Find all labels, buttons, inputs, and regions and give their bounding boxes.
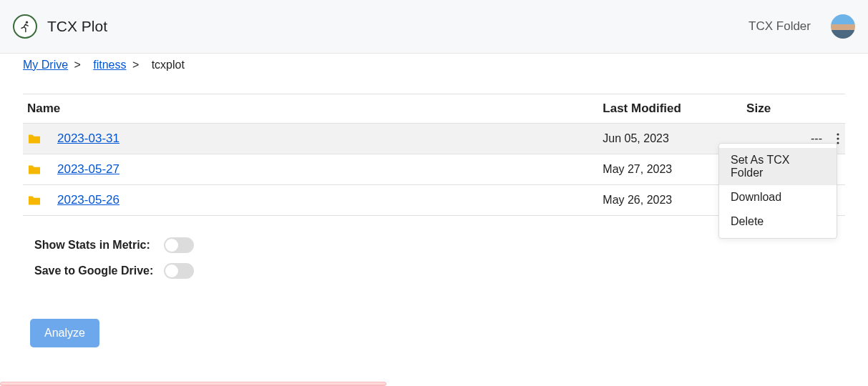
more-vert-icon [837,133,839,144]
svg-point-2 [837,137,839,139]
breadcrumb-current: tcxplot [152,59,185,71]
metric-toggle-label: Show Stats in Metric: [34,239,160,252]
drive-toggle[interactable] [164,263,194,279]
col-header-name: Name [23,94,598,124]
analyze-button[interactable]: Analyze [30,319,99,347]
menu-download[interactable]: Download [719,185,837,209]
avatar[interactable] [831,14,855,39]
svg-point-0 [26,21,28,24]
app-logo [13,14,37,39]
menu-delete[interactable]: Delete [719,209,837,234]
folder-icon [27,133,42,144]
breadcrumb-root[interactable]: My Drive [23,59,68,71]
context-menu: Set As TCX Folder Download Delete [718,143,837,239]
folder-icon [27,164,42,175]
folder-icon [27,194,42,206]
col-header-modified: Last Modified [598,94,746,124]
file-name-link[interactable]: 2023-03-31 [57,132,120,146]
app-title: TCX Plot [47,18,107,35]
col-header-size: Size [746,94,845,124]
breadcrumb-mid[interactable]: fitness [93,59,126,71]
menu-set-tcx-folder[interactable]: Set As TCX Folder [719,148,837,185]
file-name-link[interactable]: 2023-05-26 [57,193,120,207]
breadcrumb: My Drive > fitness > tcxplot [0,54,868,76]
metric-toggle[interactable] [164,237,194,253]
svg-point-1 [837,133,839,135]
bottom-indicator [0,382,386,386]
tcx-folder-link[interactable]: TCX Folder [748,19,811,34]
file-name-link[interactable]: 2023-05-27 [57,162,120,177]
breadcrumb-sep: > [132,59,139,71]
runner-icon [18,19,32,34]
svg-point-3 [837,142,839,144]
breadcrumb-sep: > [74,59,81,71]
drive-toggle-label: Save to Google Drive: [34,264,160,277]
app-header: TCX Plot TCX Folder [0,0,868,54]
